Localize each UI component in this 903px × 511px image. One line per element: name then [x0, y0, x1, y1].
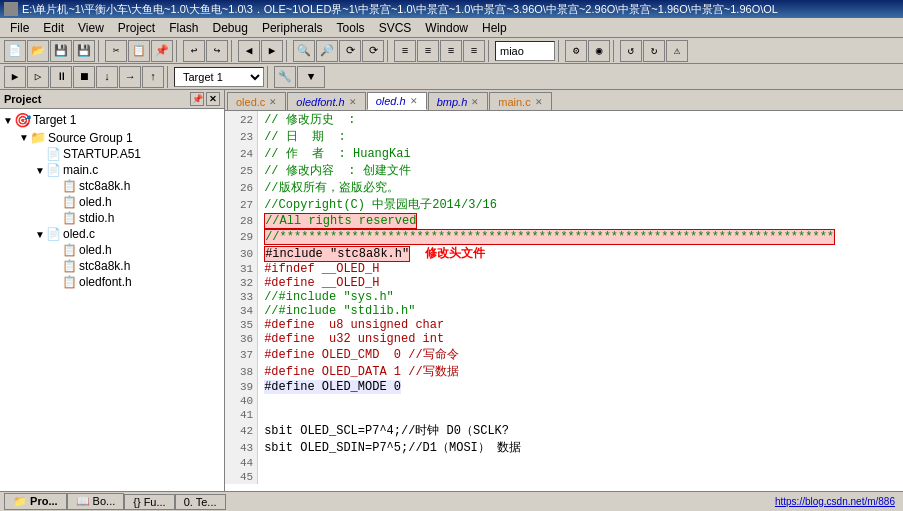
tree-file-oledh-oled[interactable]: 📋 oled.h	[2, 242, 222, 258]
line-num-26: 26	[225, 179, 258, 196]
oledh-oled-label: oled.h	[79, 243, 112, 257]
tab-bmph[interactable]: bmp.h ✕	[428, 92, 489, 110]
code-line-36: 36 #define u32 unsigned int	[225, 332, 903, 346]
line-content-26: //版权所有，盗版必究。	[258, 179, 903, 196]
tb2-btn8[interactable]: 🔧	[274, 66, 296, 88]
new-button[interactable]: 📄	[4, 40, 26, 62]
app-icon	[4, 2, 18, 16]
btn17[interactable]: ↻	[643, 40, 665, 62]
menu-item-file[interactable]: File	[4, 20, 35, 36]
stc-main-label: stc8a8k.h	[79, 179, 130, 193]
tab-oledh-close[interactable]: ✕	[410, 96, 418, 106]
menu-item-help[interactable]: Help	[476, 20, 513, 36]
code-line-43: 43 sbit OLED_SDIN=P7^5;//D1（MOSI） 数据	[225, 439, 903, 456]
nav-fwd-button[interactable]: ▶	[261, 40, 283, 62]
code-line-25: 25 // 修改内容 : 创建文件	[225, 162, 903, 179]
line-content-45	[258, 470, 903, 484]
tab-oledh[interactable]: oled.h ✕	[367, 92, 427, 110]
tree-file-stdio[interactable]: 📋 stdio.h	[2, 210, 222, 226]
tab-oledfont[interactable]: oledfont.h ✕	[287, 92, 365, 110]
btn11[interactable]: ≡	[417, 40, 439, 62]
sep-tb2-2	[267, 66, 271, 88]
status-tab-bo[interactable]: 📖 Bo...	[67, 493, 125, 510]
stdio-expander	[50, 212, 62, 224]
tree-file-startup[interactable]: 📄 STARTUP.A51	[2, 146, 222, 162]
panel-close-button[interactable]: ✕	[206, 92, 220, 106]
tb2-btn7[interactable]: ↑	[142, 66, 164, 88]
tb2-btn1[interactable]: ▶	[4, 66, 26, 88]
copy-button[interactable]: 📋	[128, 40, 150, 62]
tab-mainc-close[interactable]: ✕	[535, 97, 543, 107]
status-tab-te[interactable]: 0. Te...	[175, 494, 226, 510]
code-lines: 22 // 修改历史 : 23 // 日 期 : 24 // 作 者 : Hua…	[225, 111, 903, 484]
sep5	[387, 40, 391, 62]
btn15[interactable]: ◉	[588, 40, 610, 62]
save-all-button[interactable]: 💾	[73, 40, 95, 62]
main-area: Project 📌 ✕ ▼ 🎯 Target 1 ▼ 📁 Source Grou…	[0, 90, 903, 491]
line-content-43: sbit OLED_SDIN=P7^5;//D1（MOSI） 数据	[258, 439, 903, 456]
menu-item-edit[interactable]: Edit	[37, 20, 70, 36]
source-group-label: Source Group 1	[48, 131, 133, 145]
tb2-btn4[interactable]: ⏹	[73, 66, 95, 88]
tb2-btn6[interactable]: →	[119, 66, 141, 88]
tree-target[interactable]: ▼ 🎯 Target 1	[2, 111, 222, 129]
save-button[interactable]: 💾	[50, 40, 72, 62]
menu-item-debug[interactable]: Debug	[207, 20, 254, 36]
btn16[interactable]: ↺	[620, 40, 642, 62]
oledh-oled-expander	[50, 244, 62, 256]
btn8[interactable]: ⟳	[339, 40, 361, 62]
status-tab-pro[interactable]: 📁 Pro...	[4, 493, 67, 510]
code-editor[interactable]: 22 // 修改历史 : 23 // 日 期 : 24 // 作 者 : Hua…	[225, 111, 903, 491]
status-tab-fu[interactable]: {} Fu...	[124, 494, 174, 510]
tb2-btn9[interactable]: ▼	[297, 66, 325, 88]
tab-bmph-close[interactable]: ✕	[471, 97, 479, 107]
startup-icon: 📄	[46, 147, 61, 161]
cut-button[interactable]: ✂	[105, 40, 127, 62]
tree-file-oled-main[interactable]: 📋 oled.h	[2, 194, 222, 210]
tab-mainc[interactable]: main.c ✕	[489, 92, 551, 110]
menu-item-project[interactable]: Project	[112, 20, 161, 36]
tree-source-group[interactable]: ▼ 📁 Source Group 1	[2, 129, 222, 146]
tree-file-main[interactable]: ▼ 📄 main.c	[2, 162, 222, 178]
btn18[interactable]: ⚠	[666, 40, 688, 62]
target-select[interactable]: Target 1	[174, 67, 264, 87]
tb2-btn3[interactable]: ⏸	[50, 66, 72, 88]
tab-oledc[interactable]: oled.c ✕	[227, 92, 286, 110]
project-panel: Project 📌 ✕ ▼ 🎯 Target 1 ▼ 📁 Source Grou…	[0, 90, 225, 491]
paste-button[interactable]: 📌	[151, 40, 173, 62]
line-num-37: 37	[225, 346, 258, 363]
tb2-btn5[interactable]: ↓	[96, 66, 118, 88]
redo-button[interactable]: ↪	[206, 40, 228, 62]
tb2-btn2[interactable]: ▷	[27, 66, 49, 88]
tree-file-oledc[interactable]: ▼ 📄 oled.c	[2, 226, 222, 242]
tree-file-stc-oled[interactable]: 📋 stc8a8k.h	[2, 258, 222, 274]
btn14[interactable]: ⚙	[565, 40, 587, 62]
btn10[interactable]: ≡	[394, 40, 416, 62]
editor-area: oled.c ✕ oledfont.h ✕ oled.h ✕ bmp.h ✕ m…	[225, 90, 903, 491]
tree-file-oledfont[interactable]: 📋 oledfont.h	[2, 274, 222, 290]
btn12[interactable]: ≡	[440, 40, 462, 62]
btn9[interactable]: ⟳	[362, 40, 384, 62]
menu-item-flash[interactable]: Flash	[163, 20, 204, 36]
project-panel-header: Project 📌 ✕	[0, 90, 224, 109]
tree-file-stc-main[interactable]: 📋 stc8a8k.h	[2, 178, 222, 194]
find-in-files-button[interactable]: 🔎	[316, 40, 338, 62]
menu-item-tools[interactable]: Tools	[331, 20, 371, 36]
menu-item-view[interactable]: View	[72, 20, 110, 36]
tab-oledfont-close[interactable]: ✕	[349, 97, 357, 107]
line-content-30: #include "stc8a8k.h" 修改头文件	[258, 245, 903, 262]
tab-oledc-close[interactable]: ✕	[269, 97, 277, 107]
find-button[interactable]: 🔍	[293, 40, 315, 62]
menu-item-window[interactable]: Window	[419, 20, 474, 36]
line-num-44: 44	[225, 456, 258, 470]
titlebar: E:\单片机~1\平衡小车\大鱼电~1.0\大鱼电~1.0\3．OLE~1\OL…	[0, 0, 903, 18]
nav-back-button[interactable]: ◀	[238, 40, 260, 62]
panel-pin-button[interactable]: 📌	[190, 92, 204, 106]
menu-item-peripherals[interactable]: Peripherals	[256, 20, 329, 36]
btn13[interactable]: ≡	[463, 40, 485, 62]
title-text: E:\单片机~1\平衡小车\大鱼电~1.0\大鱼电~1.0\3．OLE~1\OL…	[22, 2, 778, 17]
menu-item-svcs[interactable]: SVCS	[373, 20, 418, 36]
search-input[interactable]: miao	[495, 41, 555, 61]
open-button[interactable]: 📂	[27, 40, 49, 62]
undo-button[interactable]: ↩	[183, 40, 205, 62]
